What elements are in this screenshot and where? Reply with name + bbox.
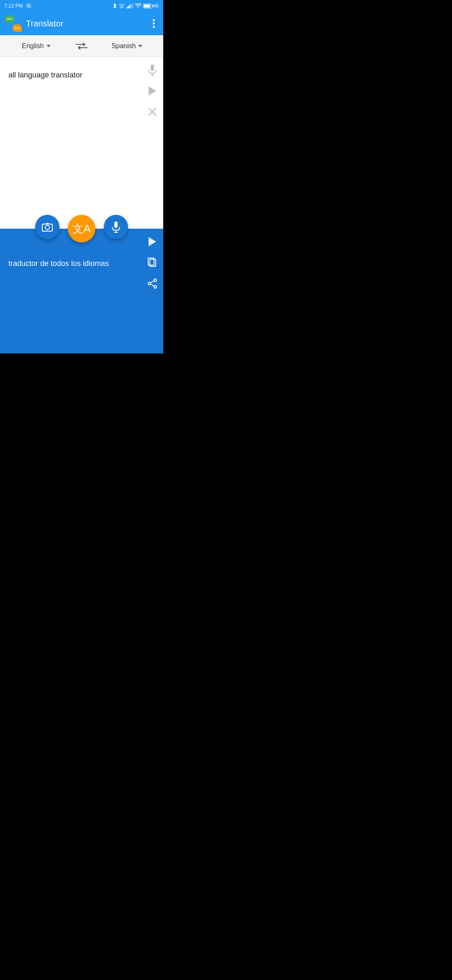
media-playing-icon bbox=[27, 4, 31, 8]
svg-point-22 bbox=[45, 225, 49, 230]
svg-point-29 bbox=[154, 279, 157, 281]
logo-bubble2: Hola bbox=[13, 24, 22, 32]
svg-rect-9 bbox=[132, 3, 133, 8]
output-section: traductor de todos los idiomas bbox=[0, 229, 163, 353]
svg-point-11 bbox=[153, 23, 155, 25]
close-icon bbox=[148, 108, 157, 116]
voice-mic-icon bbox=[111, 221, 121, 233]
source-language-selector[interactable]: English bbox=[0, 35, 72, 57]
microphone-button[interactable] bbox=[146, 63, 159, 77]
play-icon bbox=[149, 86, 156, 95]
translated-text-area: traductor de todos los idiomas bbox=[0, 250, 163, 353]
language-selector-bar: English Spanish bbox=[0, 35, 163, 57]
camera-icon bbox=[42, 222, 53, 232]
translate-button[interactable]: 文A bbox=[68, 215, 95, 242]
target-language-label: Spanish bbox=[112, 42, 136, 50]
output-actions bbox=[146, 235, 159, 290]
alarm-icon bbox=[119, 3, 125, 9]
camera-button[interactable] bbox=[35, 215, 59, 239]
logo-bubble1: Hello bbox=[5, 15, 14, 23]
main-content: all language translator bbox=[0, 57, 163, 353]
svg-rect-15 bbox=[151, 64, 154, 71]
copy-icon bbox=[148, 258, 157, 268]
app-logo: Hello Hola bbox=[5, 15, 22, 32]
status-time: 7:12 PM bbox=[4, 3, 31, 9]
translate-icon: 文A bbox=[72, 222, 90, 236]
app-bar: Hello Hola Translator bbox=[0, 12, 163, 35]
status-icons: 85 bbox=[112, 3, 159, 9]
input-section[interactable]: all language translator bbox=[0, 57, 163, 229]
svg-point-10 bbox=[153, 19, 155, 21]
more-options-button[interactable] bbox=[149, 15, 158, 31]
share-icon bbox=[148, 279, 157, 289]
mic-icon bbox=[148, 64, 157, 76]
svg-point-30 bbox=[148, 282, 151, 285]
source-text[interactable]: all language translator bbox=[8, 70, 140, 81]
signal-icon bbox=[126, 3, 133, 8]
copy-button[interactable] bbox=[146, 256, 159, 269]
svg-line-33 bbox=[151, 284, 154, 286]
battery-icon bbox=[143, 4, 152, 8]
svg-rect-8 bbox=[131, 4, 132, 8]
time-display: 7:12 PM bbox=[4, 3, 23, 9]
source-language-label: English bbox=[22, 42, 44, 50]
svg-rect-23 bbox=[114, 222, 118, 228]
share-button[interactable] bbox=[146, 277, 159, 290]
play-source-button[interactable] bbox=[146, 84, 159, 98]
battery-fill bbox=[144, 5, 150, 8]
svg-line-4 bbox=[123, 4, 124, 5]
svg-rect-7 bbox=[129, 5, 131, 9]
svg-line-32 bbox=[151, 281, 154, 283]
target-language-selector[interactable]: Spanish bbox=[91, 35, 163, 57]
battery-percent: 85 bbox=[154, 3, 159, 8]
app-title: Translator bbox=[26, 19, 145, 28]
svg-marker-18 bbox=[149, 86, 156, 95]
svg-rect-5 bbox=[126, 7, 128, 8]
source-lang-chevron-icon bbox=[46, 45, 51, 47]
fab-area: 文A bbox=[0, 215, 163, 242]
svg-line-3 bbox=[119, 4, 120, 5]
voice-input-button[interactable] bbox=[104, 215, 128, 239]
target-lang-chevron-icon bbox=[138, 45, 142, 47]
translated-text: traductor de todos los idiomas bbox=[8, 258, 140, 269]
svg-rect-6 bbox=[128, 6, 129, 8]
svg-point-31 bbox=[154, 286, 157, 288]
source-text-area[interactable]: all language translator bbox=[0, 61, 163, 229]
swap-languages-button[interactable] bbox=[72, 37, 91, 55]
clear-button[interactable] bbox=[146, 105, 159, 119]
svg-point-12 bbox=[153, 26, 155, 28]
status-bar: 7:12 PM bbox=[0, 0, 163, 12]
input-actions bbox=[146, 63, 159, 119]
swap-icon bbox=[76, 42, 87, 50]
bluetooth-icon bbox=[112, 3, 117, 9]
wifi-icon bbox=[135, 3, 141, 8]
